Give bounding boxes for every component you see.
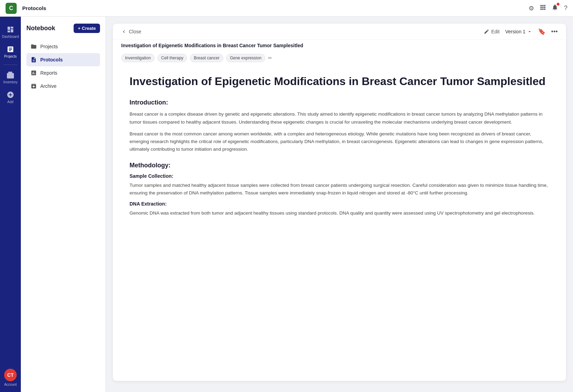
app-title: Protocols xyxy=(22,5,529,11)
version-selector[interactable]: Version 1 xyxy=(505,29,532,34)
tags-row: Invenstigation Cell therapy Breast cance… xyxy=(113,50,566,66)
svg-rect-7 xyxy=(542,9,543,10)
edit-button[interactable]: Edit xyxy=(484,29,500,34)
intro-paragraph-2: Breast cancer is the most common cancer … xyxy=(130,130,549,153)
topbar-actions: ⚙ ? xyxy=(529,4,567,12)
section-methodology-title: Methodology: xyxy=(130,162,549,169)
svg-rect-2 xyxy=(544,5,546,6)
sidebar-projects-label: Projects xyxy=(4,55,17,58)
sidebar-item-inventory[interactable]: Inventory xyxy=(0,68,21,87)
doc-body: Investigation of Epigenetic Modification… xyxy=(113,66,566,242)
toolbar-right: Edit Version 1 🔖 ••• xyxy=(484,28,558,35)
version-label: Version 1 xyxy=(505,29,525,34)
document-panel: Close Edit Version 1 🔖 ••• Investigation… xyxy=(113,24,566,381)
help-icon[interactable]: ? xyxy=(564,5,567,12)
sidebar-item-add[interactable]: Add xyxy=(0,87,21,107)
tag-gene-expression[interactable]: Gene expression xyxy=(226,54,265,62)
nav-item-protocols[interactable]: Protocols xyxy=(26,53,100,66)
doc-toolbar: Close Edit Version 1 🔖 ••• xyxy=(113,24,566,40)
notifications-icon[interactable] xyxy=(551,4,558,12)
nav-projects-label: Projects xyxy=(40,44,58,49)
notebook-header: Notebook + Create xyxy=(26,24,100,33)
sidebar-dashboard-label: Dashboard xyxy=(2,35,19,39)
svg-rect-6 xyxy=(540,9,542,10)
section-methodology: Methodology: Sample Collection: Tumor sa… xyxy=(130,162,549,217)
sidebar-item-dashboard[interactable]: Dashboard xyxy=(0,22,21,42)
sidebar-item-projects[interactable]: Projects xyxy=(0,42,21,62)
nav-item-reports[interactable]: Reports xyxy=(26,66,100,80)
account-avatar[interactable]: CT xyxy=(4,369,17,381)
notebook-title: Notebook xyxy=(26,25,55,32)
nav-archive-label: Archive xyxy=(40,83,57,89)
intro-paragraph-1: Breast cancer is a complex disease drive… xyxy=(130,110,549,126)
sample-paragraph: Tumor samples and matched healthy adjace… xyxy=(130,182,549,197)
tag-cell-therapy[interactable]: Cell therapy xyxy=(157,54,187,62)
sidebar-inventory-label: Inventory xyxy=(3,80,17,84)
svg-rect-3 xyxy=(540,7,542,8)
subsection-sample-title: Sample Collection: xyxy=(130,173,549,179)
sidebar-add-label: Add xyxy=(7,100,14,104)
close-button[interactable]: Close xyxy=(121,29,141,34)
settings-icon[interactable]: ⚙ xyxy=(529,5,534,12)
document-title-small: Investigation of Epigenetic Modification… xyxy=(113,40,566,50)
more-options-icon[interactable]: ••• xyxy=(551,28,558,35)
svg-rect-8 xyxy=(544,9,546,10)
create-button[interactable]: + Create xyxy=(74,24,100,33)
account-label: Account xyxy=(4,383,17,386)
svg-rect-0 xyxy=(540,5,542,6)
tag-breast-cancer[interactable]: Breast cancer xyxy=(190,54,223,62)
nav-reports-label: Reports xyxy=(40,70,57,76)
bookmark-icon[interactable]: 🔖 xyxy=(538,28,546,35)
grid-icon[interactable] xyxy=(540,4,546,12)
section-introduction: Introduction: Breast cancer is a complex… xyxy=(130,99,549,153)
sidebar: Dashboard Projects Inventory Add CT Acco… xyxy=(0,17,21,392)
svg-rect-1 xyxy=(542,5,543,6)
svg-rect-5 xyxy=(544,7,546,8)
edit-label: Edit xyxy=(491,29,500,34)
document-main-title: Investigation of Epigenetic Modification… xyxy=(130,75,549,88)
topbar: C Protocols ⚙ ? xyxy=(0,0,573,17)
dna-paragraph: Genomic DNA was extracted from both tumo… xyxy=(130,209,549,217)
main-content: Close Edit Version 1 🔖 ••• Investigation… xyxy=(106,17,573,392)
nav-item-archive[interactable]: Archive xyxy=(26,80,100,93)
app-logo: C xyxy=(6,3,17,14)
close-label: Close xyxy=(129,29,141,34)
left-panel: Notebook + Create Projects Protocols Rep… xyxy=(21,17,106,392)
tag-investigation[interactable]: Invenstigation xyxy=(121,54,155,62)
sidebar-divider xyxy=(3,65,17,65)
subsection-dna-title: DNA Extraction: xyxy=(130,201,549,207)
notification-badge xyxy=(557,3,559,6)
section-introduction-title: Introduction: xyxy=(130,99,549,106)
nav-protocols-label: Protocols xyxy=(40,57,63,62)
nav-item-projects[interactable]: Projects xyxy=(26,40,100,53)
svg-rect-4 xyxy=(542,7,543,8)
edit-tags-button[interactable]: ✏ xyxy=(268,55,272,61)
